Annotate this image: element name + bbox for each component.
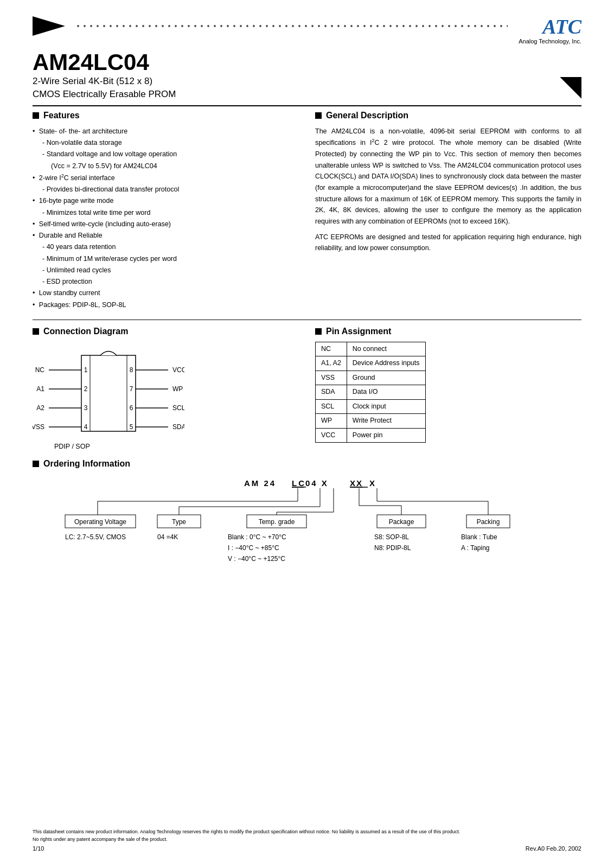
table-row: NC No connect	[316, 342, 426, 356]
svg-text:LC: 2.7~5.5V, CMOS: LC: 2.7~5.5V, CMOS	[65, 533, 126, 541]
pin-assignment-table: NC No connect A1, A2 Device Address inpu…	[315, 342, 426, 443]
svg-text:VCC: VCC	[172, 366, 184, 374]
svg-text:I      : −40°C ~ +85°C: I : −40°C ~ +85°C	[228, 544, 279, 552]
table-row: SDA Data I/O	[316, 385, 426, 400]
general-desc-para2: ATC EEPROMs are designed and tested for …	[315, 232, 581, 254]
chip-subtitle-line1: 2-Wire Serial 4K-Bit (512 x 8)	[33, 75, 176, 88]
pin-desc: Power pin	[347, 428, 425, 443]
list-item: • Durable and Reliable	[33, 230, 299, 241]
features-bullet	[33, 112, 39, 119]
pin-name: SDA	[316, 385, 347, 400]
pin-assignment-col: Pin Assignment NC No connect A1, A2 Devi…	[315, 327, 581, 450]
svg-text:SDA: SDA	[172, 423, 184, 431]
svg-text:7: 7	[130, 385, 133, 393]
pin-assignment-title: Pin Assignment	[326, 327, 391, 336]
general-desc-title: General Description	[326, 111, 408, 120]
svg-text:NC: NC	[35, 366, 45, 374]
list-item: • State- of- the- art architecture	[33, 126, 299, 137]
ordering-svg: AM 24 LC 04 X XX X	[43, 474, 559, 626]
table-row: WP Write Protect	[316, 414, 426, 429]
connection-diagram: NC 1 A1 2 A2 3 VSS 4	[33, 342, 299, 450]
list-item: - Provides bi-directional data transfer …	[33, 184, 299, 195]
pin-desc: Data I/O	[347, 385, 425, 400]
pin-name: WP	[316, 414, 347, 429]
general-desc-bullet	[315, 112, 322, 119]
svg-text:04   X: 04 X	[305, 478, 329, 488]
list-item: - Unlimited read cycles	[33, 265, 299, 276]
table-row: VSS Ground	[316, 371, 426, 385]
svg-text:WP: WP	[172, 385, 183, 393]
pin-name: NC	[316, 342, 347, 356]
pin-desc: Device Address inputs	[347, 356, 425, 371]
atc-logo: ATC	[519, 16, 581, 37]
svg-text:AM 24: AM 24	[244, 478, 276, 488]
list-item: • Self-timed write-cycle (including auto…	[33, 219, 299, 230]
connection-diagram-col: Connection Diagram NC 1	[33, 327, 299, 450]
svg-text:Temp. grade: Temp. grade	[259, 518, 295, 526]
ordering-section: Ordering Information AM 24 LC 04 X XX X	[33, 459, 581, 628]
svg-text:SCL: SCL	[172, 404, 184, 412]
pin-desc: Ground	[347, 371, 425, 385]
general-desc-col: General Description The AM24LC04 is a no…	[315, 111, 581, 311]
svg-text:04 =4K: 04 =4K	[157, 533, 178, 541]
header-left	[33, 16, 519, 36]
general-desc-para1: The AM24LC04 is a non-volatile, 4096-bit…	[315, 126, 581, 227]
svg-text:A      : Taping: A : Taping	[461, 544, 490, 552]
general-desc-text: The AM24LC04 is a non-volatile, 4096-bit…	[315, 126, 581, 254]
footer-disclaimer: This datasheet contains new product info…	[33, 828, 581, 843]
footer: This datasheet contains new product info…	[33, 828, 581, 852]
pin-name: SCL	[316, 399, 347, 414]
ordering-bullet	[33, 461, 39, 467]
chip-svg: NC 1 A1 2 A2 3 VSS 4	[33, 342, 184, 439]
svg-text:5: 5	[130, 423, 133, 431]
header-right: ATC Analog Technology, Inc.	[519, 16, 581, 44]
svg-text:Type: Type	[172, 518, 186, 526]
list-item: - Non-volatile data storage	[33, 137, 299, 149]
footer-page: 1/10	[33, 845, 44, 852]
svg-text:3: 3	[84, 404, 88, 412]
general-desc-header: General Description	[315, 111, 581, 120]
divider	[33, 320, 581, 320]
list-item: - Standard voltage and low voltage opera…	[33, 149, 299, 160]
svg-text:XX: XX	[350, 478, 363, 488]
ordering-diagram: AM 24 LC 04 X XX X	[43, 474, 581, 628]
svg-text:A1: A1	[36, 385, 44, 393]
table-row: A1, A2 Device Address inputs	[316, 356, 426, 371]
table-row: SCL Clock input	[316, 399, 426, 414]
chip-part-number: AM24LC04	[33, 50, 176, 75]
ordering-title: Ordering Information	[43, 459, 130, 469]
pin-name: VSS	[316, 371, 347, 385]
header: ATC Analog Technology, Inc.	[33, 16, 581, 44]
pin-assignment-header: Pin Assignment	[315, 327, 581, 336]
svg-rect-0	[81, 355, 136, 431]
svg-text:6: 6	[130, 404, 133, 412]
svg-text:X: X	[369, 478, 376, 488]
pin-desc: Write Protect	[347, 414, 425, 429]
header-dots	[75, 24, 508, 28]
pin-desc: No connect	[347, 342, 425, 356]
features-col: Features • State- of- the- art architect…	[33, 111, 299, 311]
svg-text:Operating Voltage: Operating Voltage	[74, 518, 126, 526]
connection-diagram-title: Connection Diagram	[43, 327, 128, 336]
chip-subtitle-line2: CMOS Electrically Erasable PROM	[33, 88, 176, 101]
title-section: AM24LC04 2-Wire Serial 4K-Bit (512 x 8) …	[33, 50, 581, 106]
list-item: - ESD protection	[33, 276, 299, 288]
svg-text:8: 8	[130, 366, 133, 374]
svg-text:4: 4	[84, 423, 88, 431]
connection-diagram-header: Connection Diagram	[33, 327, 299, 336]
pin-name: A1, A2	[316, 356, 347, 371]
pin-desc: Clock input	[347, 399, 425, 414]
svg-text:S8: SOP-8L: S8: SOP-8L	[374, 533, 409, 541]
pin-assignment-bullet	[315, 328, 322, 335]
connection-diagram-bullet	[33, 328, 39, 335]
pin-name: VCC	[316, 428, 347, 443]
svg-text:Blank :   0°C ~ +70°C: Blank : 0°C ~ +70°C	[228, 533, 286, 541]
svg-text:Packing: Packing	[477, 518, 500, 526]
header-triangle	[33, 16, 65, 36]
svg-text:Package: Package	[389, 518, 414, 526]
atc-subtitle: Analog Technology, Inc.	[519, 38, 581, 44]
table-row: VCC Power pin	[316, 428, 426, 443]
list-item: • Packages: PDIP-8L, SOP-8L	[33, 299, 299, 311]
svg-text:VSS: VSS	[33, 423, 44, 431]
ordering-header: Ordering Information	[33, 459, 581, 469]
